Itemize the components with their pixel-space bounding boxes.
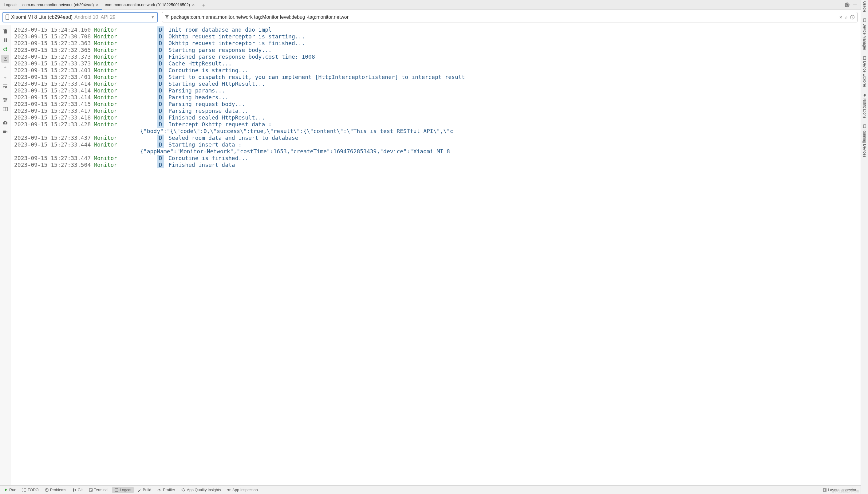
- terminal-label: Terminal: [94, 488, 109, 492]
- log-ts: 2023-09-15 15:27:33.437: [14, 135, 91, 141]
- log-tag: Monitor: [94, 101, 117, 108]
- log-msg: Cache HttpResult...: [168, 60, 232, 67]
- tab-1[interactable]: com.manna.monitor.network (0118225001650…: [102, 0, 198, 10]
- svg-point-29: [75, 489, 76, 490]
- log-row: 2023-09-15 15:27:30.708Monitor DOkhttp r…: [14, 33, 861, 40]
- log-level: D: [157, 94, 164, 101]
- tab-0[interactable]: com.manna.monitor.network (cb294ead) ✕: [19, 0, 102, 10]
- log-msg: Parsing headers...: [168, 94, 228, 101]
- log-ts: 2023-09-15 15:27:33.401: [14, 74, 91, 80]
- log-area[interactable]: 2023-09-15 15:24:24.160Monitor DInit roo…: [11, 25, 861, 486]
- log-level: D: [157, 47, 164, 54]
- log-ts: 2023-09-15 15:27:33.418: [14, 114, 91, 121]
- log-level: D: [157, 67, 164, 74]
- run-label: Run: [9, 488, 16, 492]
- rail-running-devices[interactable]: Running Devices: [863, 125, 867, 157]
- aqi-label: App Quality Insights: [187, 488, 221, 492]
- pause-icon[interactable]: [1, 36, 9, 44]
- problems-button[interactable]: Problems: [42, 487, 69, 493]
- tab-0-close-icon[interactable]: ✕: [96, 3, 99, 7]
- git-button[interactable]: Git: [70, 487, 85, 493]
- log-level: D: [157, 54, 164, 60]
- star-icon[interactable]: ☆: [844, 15, 848, 20]
- logcat-tabs-row: Logcat: com.manna.monitor.network (cb294…: [0, 0, 861, 10]
- log-tag: Monitor: [94, 74, 117, 80]
- phone-icon: [5, 15, 9, 20]
- log-msg: Parsing params...: [168, 87, 225, 94]
- restart-icon[interactable]: [1, 45, 9, 54]
- inspection-button[interactable]: App Inspection: [225, 487, 260, 493]
- log-row: 2023-09-15 15:27:33.414Monitor DParsing …: [14, 94, 861, 101]
- run-button[interactable]: Run: [2, 487, 19, 493]
- svg-rect-7: [5, 38, 7, 42]
- svg-rect-32: [115, 490, 117, 490]
- svg-rect-18: [22, 489, 23, 489]
- log-row: 2023-09-15 15:27:33.415Monitor DParsing …: [14, 101, 861, 108]
- log-level: D: [157, 33, 164, 40]
- down-icon[interactable]: [1, 73, 9, 81]
- log-level: D: [157, 26, 164, 33]
- log-row: 2023-09-15 15:27:33.444Monitor DStarting…: [14, 141, 861, 148]
- svg-point-27: [73, 489, 74, 489]
- rail-gradle[interactable]: Gradle: [863, 1, 867, 12]
- log-row: 2023-09-15 15:27:33.437Monitor DSealed r…: [14, 135, 861, 141]
- svg-point-26: [47, 491, 47, 491]
- log-tag: Monitor: [94, 114, 117, 121]
- rail-notifications[interactable]: Notifications: [863, 93, 867, 118]
- minimize-icon[interactable]: [853, 3, 857, 7]
- svg-rect-40: [863, 57, 866, 60]
- add-tab-button[interactable]: ＋: [198, 1, 210, 8]
- log-level: D: [157, 114, 164, 121]
- profiler-button[interactable]: Profiler: [155, 487, 178, 493]
- log-level: D: [157, 135, 164, 141]
- log-row: 2023-09-15 15:27:33.417Monitor DParsing …: [14, 108, 861, 114]
- log-level: D: [157, 74, 164, 80]
- log-msg: Starting parse response body...: [168, 47, 272, 54]
- rail-device-explorer[interactable]: Device Explorer: [863, 56, 867, 87]
- log-msg: Sealed room data and insert to database: [168, 135, 298, 141]
- filter-icon[interactable]: [165, 15, 169, 19]
- svg-rect-39: [863, 19, 866, 22]
- svg-text:?: ?: [851, 16, 853, 19]
- todo-button[interactable]: TODO: [20, 487, 41, 493]
- log-msg: Okhttp request interceptor is finished..…: [168, 40, 305, 47]
- device-name: Xiaomi MI 8 Lite (cb294ead): [11, 15, 73, 20]
- log-tag: Monitor: [94, 54, 117, 60]
- help-icon[interactable]: ?: [850, 15, 855, 20]
- split-icon[interactable]: [1, 105, 9, 113]
- log-ts: 2023-09-15 15:27:33.504: [14, 162, 91, 168]
- filter-input[interactable]: [171, 15, 837, 20]
- terminal-button[interactable]: Terminal: [86, 487, 111, 493]
- log-level: D: [157, 87, 164, 94]
- record-icon[interactable]: [1, 128, 9, 136]
- scroll-end-icon[interactable]: [1, 55, 9, 63]
- clear-filter-icon[interactable]: ✕: [839, 15, 843, 20]
- git-label: Git: [78, 488, 83, 492]
- settings-icon[interactable]: [1, 96, 9, 104]
- screenshot-icon[interactable]: [1, 119, 9, 127]
- log-ts: 2023-09-15 15:27:33.447: [14, 155, 91, 162]
- log-row: 2023-09-15 15:27:33.418Monitor DFinished…: [14, 114, 861, 121]
- svg-point-16: [4, 122, 6, 124]
- up-icon[interactable]: [1, 64, 9, 72]
- log-tag: Monitor: [94, 155, 117, 162]
- log-tag: Monitor: [94, 33, 117, 40]
- gear-icon[interactable]: [845, 2, 850, 7]
- chevron-down-icon: ▼: [151, 15, 154, 19]
- rail-device-manager[interactable]: Device Manager: [863, 18, 867, 50]
- svg-line-34: [160, 490, 161, 491]
- wrap-icon[interactable]: [1, 82, 9, 90]
- filter-box: ✕ ☆ ?: [162, 12, 857, 22]
- log-ts: 2023-09-15 15:27:33.414: [14, 87, 91, 94]
- log-level: D: [157, 101, 164, 108]
- inspection-label: App Inspection: [233, 488, 258, 492]
- device-select[interactable]: Xiaomi MI 8 Lite (cb294ead) Android 10, …: [2, 12, 158, 22]
- tab-1-close-icon[interactable]: ✕: [192, 3, 195, 7]
- build-button[interactable]: Build: [135, 487, 154, 493]
- log-tag: Monitor: [94, 135, 117, 141]
- clear-icon[interactable]: [1, 27, 9, 35]
- svg-rect-17: [3, 131, 6, 133]
- logcat-button[interactable]: Logcat: [112, 487, 134, 493]
- aqi-button[interactable]: App Quality Insights: [179, 487, 223, 493]
- log-tag: Monitor: [94, 162, 117, 168]
